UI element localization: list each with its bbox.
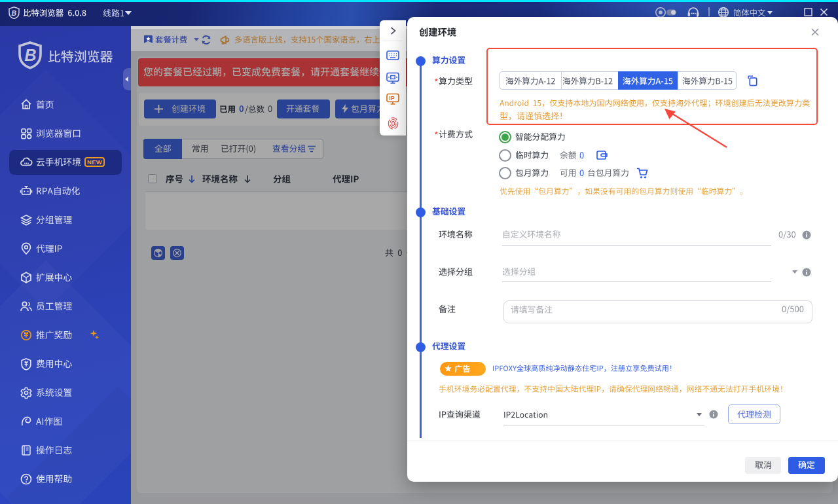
svg-text:IP: IP [389,95,395,101]
svg-text:B: B [25,46,37,64]
svg-text:B: B [12,9,17,17]
